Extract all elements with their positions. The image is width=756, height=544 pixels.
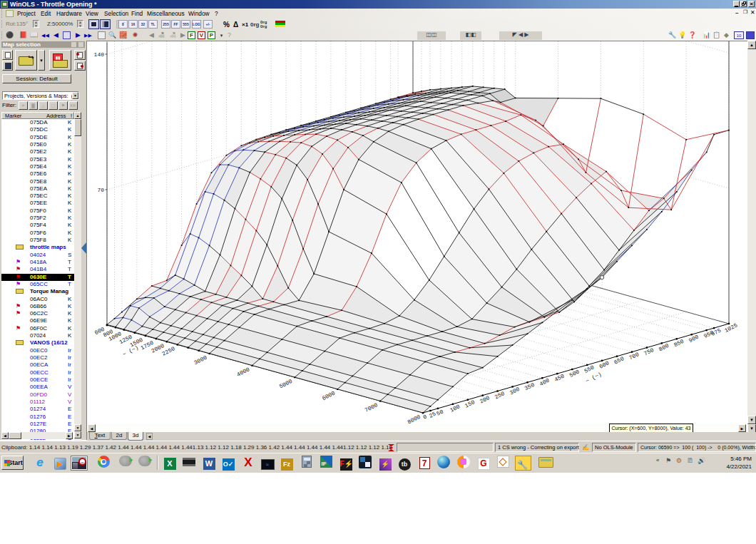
svg-text:3000: 3000 (193, 354, 208, 366)
svg-text:1025: 1025 (723, 322, 738, 334)
svg-text:70: 70 (97, 187, 104, 193)
svg-text:6000: 6000 (321, 389, 336, 401)
svg-text:4000: 4000 (235, 366, 250, 378)
svg-text:140: 140 (94, 51, 105, 58)
svg-text:7000: 7000 (364, 401, 379, 414)
svg-text:0: 0 (422, 414, 429, 421)
svg-text:5000: 5000 (278, 378, 293, 390)
